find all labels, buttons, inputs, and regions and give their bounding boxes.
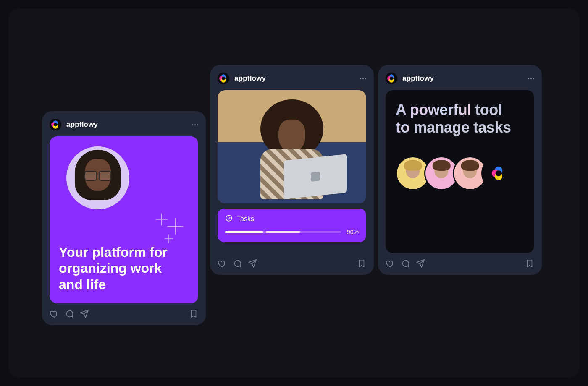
hero-avatar xyxy=(66,146,129,209)
post-card-2: appflowy Tasks 90% xyxy=(210,65,374,275)
check-circle-icon xyxy=(225,214,233,224)
tasks-widget: Tasks 90% xyxy=(218,209,366,242)
post-headline: A powerful tool to manage tasks xyxy=(396,101,524,137)
post-media: A powerful tool to manage tasks xyxy=(386,90,534,253)
share-button[interactable] xyxy=(80,309,89,318)
tasks-label: Tasks xyxy=(237,215,254,223)
post-media: Tasks 90% xyxy=(218,90,366,253)
post-header: appflowy xyxy=(50,119,198,130)
more-options-button[interactable] xyxy=(528,78,534,79)
like-button[interactable] xyxy=(386,259,395,268)
bookmark-button[interactable] xyxy=(525,259,534,268)
tasks-percent: 90% xyxy=(347,229,359,235)
comment-button[interactable] xyxy=(233,259,242,268)
like-button[interactable] xyxy=(50,309,59,318)
more-options-button[interactable] xyxy=(360,78,366,79)
headline-part: manage tasks xyxy=(414,119,511,136)
comment-button[interactable] xyxy=(401,259,410,268)
brand-logo-icon xyxy=(50,119,61,130)
post-card-1: appflowy Your platform for organizing wo… xyxy=(42,111,206,325)
headline-part: to xyxy=(396,119,410,136)
avatar-row xyxy=(396,156,524,190)
share-button[interactable] xyxy=(416,259,425,268)
headline-part: tool xyxy=(475,101,502,118)
sparkle-icon xyxy=(150,212,186,247)
like-button[interactable] xyxy=(218,259,227,268)
brand-name: appflowy xyxy=(66,120,98,129)
more-options-button[interactable] xyxy=(192,124,198,125)
post-header: appflowy xyxy=(386,73,534,84)
post-actions xyxy=(386,259,534,268)
post-card-3: appflowy A powerful tool to manage tasks xyxy=(378,65,542,275)
brand-name: appflowy xyxy=(402,74,434,83)
headline-part: A powerful xyxy=(396,101,471,118)
stage: appflowy Your platform for organizing wo… xyxy=(8,8,580,378)
brand-name: appflowy xyxy=(234,74,266,83)
svg-point-2 xyxy=(226,215,232,221)
tasks-progress-bar xyxy=(225,231,341,233)
brand-logo-icon xyxy=(218,73,229,84)
post-actions xyxy=(218,259,366,268)
comment-button[interactable] xyxy=(65,309,74,318)
post-headline: Your platform for organizing work and li… xyxy=(59,244,189,292)
post-actions xyxy=(50,309,198,318)
bookmark-button[interactable] xyxy=(189,309,198,318)
post-media: Your platform for organizing work and li… xyxy=(50,136,198,303)
brand-logo-icon xyxy=(386,73,397,84)
bookmark-button[interactable] xyxy=(357,259,366,268)
share-button[interactable] xyxy=(248,259,257,268)
brand-avatar-icon xyxy=(481,156,516,190)
hero-photo xyxy=(218,90,366,203)
post-header: appflowy xyxy=(218,73,366,84)
